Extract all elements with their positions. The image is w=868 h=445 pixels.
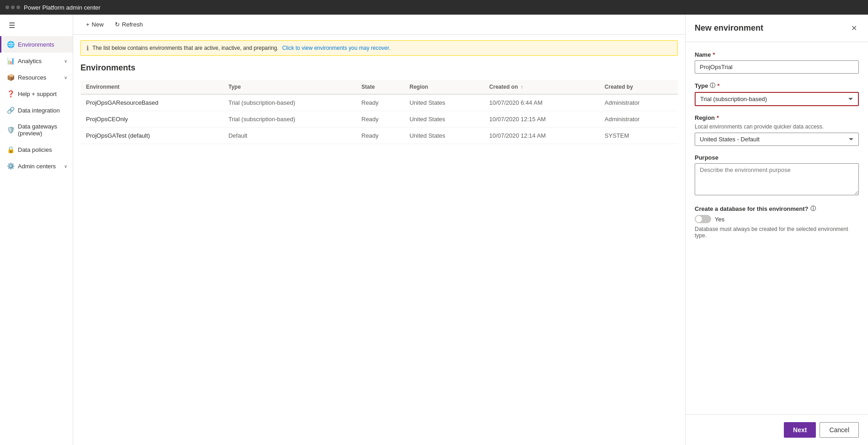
help-icon: ❓	[7, 90, 14, 97]
cell-state: Ready	[356, 94, 404, 111]
sidebar-label-admin-centers: Admin centers	[18, 163, 56, 170]
cell-created-on: 10/07/2020 6:44 AM	[484, 94, 599, 111]
cell-environment: ProjOpsCEOnly	[80, 111, 223, 128]
sidebar-label-data-policies: Data policies	[18, 146, 52, 153]
cancel-button[interactable]: Cancel	[820, 422, 859, 438]
cell-state: Ready	[356, 111, 404, 128]
refresh-button[interactable]: ↻ Refresh	[109, 18, 149, 31]
sidebar-label-environments: Environments	[18, 41, 54, 48]
db-info-icon: ⓘ	[810, 205, 816, 213]
region-label: Region *	[695, 114, 859, 121]
col-created-by[interactable]: Created by	[599, 80, 678, 94]
table-row[interactable]: ProjOpsGAResourceBased Trial (subscripti…	[80, 94, 678, 111]
sidebar-label-analytics: Analytics	[18, 58, 42, 64]
panel-title: New environment	[695, 23, 763, 33]
dot3	[16, 5, 20, 9]
environments-icon: 🌐	[7, 41, 14, 48]
name-required: *	[713, 51, 715, 58]
col-created-on[interactable]: Created on ↑	[484, 80, 599, 94]
admin-centers-chevron-icon: ∨	[64, 164, 67, 169]
name-label: Name *	[695, 51, 859, 58]
region-select[interactable]: United States - Default Europe Asia Aust…	[695, 133, 859, 146]
analytics-chevron-icon: ∨	[64, 59, 67, 64]
info-icon: ℹ	[86, 44, 89, 52]
admin-centers-icon: ⚙️	[7, 162, 14, 170]
cell-region: United States	[404, 94, 483, 111]
new-icon: +	[86, 21, 90, 28]
name-field-group: Name *	[695, 51, 859, 74]
db-note: Database must always be created for the …	[695, 226, 859, 239]
region-field-group: Region * Local environments can provide …	[695, 114, 859, 146]
info-bar: ℹ The list below contains environments t…	[80, 40, 678, 56]
sort-icon: ↑	[521, 85, 523, 90]
type-info-icon: ⓘ	[710, 82, 715, 90]
cell-type: Trial (subscription-based)	[223, 94, 356, 111]
hamburger-icon: ☰	[7, 19, 17, 32]
close-icon: ✕	[851, 24, 857, 32]
cell-created-on: 10/07/2020 12:14 AM	[484, 128, 599, 144]
analytics-icon: 📊	[7, 57, 14, 64]
sidebar-item-help-support[interactable]: ❓ Help + support	[0, 86, 73, 102]
resources-chevron-icon: ∨	[64, 75, 67, 80]
table-row[interactable]: ProjOpsCEOnly Trial (subscription-based)…	[80, 111, 678, 128]
page-title: Environments	[80, 63, 678, 73]
sidebar-item-data-gateways[interactable]: 🛡️ Data gateways (preview)	[0, 118, 73, 141]
sidebar-item-data-policies[interactable]: 🔒 Data policies	[0, 141, 73, 158]
data-gateways-icon: 🛡️	[7, 126, 14, 134]
purpose-field-group: Purpose	[695, 154, 859, 197]
refresh-label: Refresh	[122, 21, 143, 28]
panel-header: New environment ✕	[686, 15, 868, 42]
new-button[interactable]: + New	[80, 18, 109, 31]
cell-created-on: 10/07/2020 12:15 AM	[484, 111, 599, 128]
db-label: Create a database for this environment? …	[695, 205, 859, 213]
type-field-group: Type ⓘ * Trial (subscription-based) Prod…	[695, 82, 859, 106]
window-controls	[5, 5, 20, 9]
new-label: New	[92, 21, 104, 28]
type-label: Type ⓘ *	[695, 82, 859, 90]
info-message: The list below contains environments tha…	[92, 45, 279, 51]
next-button[interactable]: Next	[784, 422, 816, 438]
cell-type: Trial (subscription-based)	[223, 111, 356, 128]
cell-region: United States	[404, 111, 483, 128]
content-area: Environments Environment Type State Regi…	[73, 56, 685, 151]
sidebar-item-resources[interactable]: 📦 Resources ∨	[0, 69, 73, 86]
toggle-knob	[696, 216, 702, 222]
cell-environment: ProjOpsGAResourceBased	[80, 94, 223, 111]
sidebar-item-data-integration[interactable]: 🔗 Data integration	[0, 102, 73, 118]
new-environment-panel: New environment ✕ Name * Type ⓘ * Trial …	[685, 15, 868, 445]
cell-type: Default	[223, 128, 356, 144]
cell-created-by: Administrator	[599, 111, 678, 128]
sidebar-label-data-gateways: Data gateways (preview)	[18, 123, 67, 137]
col-environment[interactable]: Environment	[80, 80, 223, 94]
col-state[interactable]: State	[356, 80, 404, 94]
sidebar-item-environments[interactable]: 🌐 Environments	[0, 36, 73, 53]
environments-table: Environment Type State Region Created on…	[80, 80, 678, 144]
hamburger-menu[interactable]: ☰	[0, 15, 73, 36]
col-type[interactable]: Type	[223, 80, 356, 94]
dot2	[11, 5, 15, 9]
region-required: *	[717, 114, 719, 121]
db-toggle-label: Yes	[715, 216, 724, 223]
type-required: *	[717, 82, 719, 89]
purpose-textarea[interactable]	[695, 163, 859, 195]
purpose-label: Purpose	[695, 154, 859, 161]
sidebar-label-resources: Resources	[18, 74, 46, 81]
sidebar-label-data-integration: Data integration	[18, 107, 60, 114]
db-toggle[interactable]	[695, 215, 711, 223]
col-region[interactable]: Region	[404, 80, 483, 94]
db-field-group: Create a database for this environment? …	[695, 205, 859, 239]
sidebar-item-analytics[interactable]: 📊 Analytics ∨	[0, 53, 73, 69]
cell-state: Ready	[356, 128, 404, 144]
data-integration-icon: 🔗	[7, 107, 14, 114]
cell-created-by: SYSTEM	[599, 128, 678, 144]
main-content: + New ↻ Refresh ℹ The list below contain…	[73, 15, 685, 445]
name-input[interactable]	[695, 60, 859, 74]
type-select[interactable]: Trial (subscription-based) Production Sa…	[695, 92, 859, 106]
sidebar-item-admin-centers[interactable]: ⚙️ Admin centers ∨	[0, 158, 73, 174]
sidebar: ☰ 🌐 Environments 📊 Analytics ∨ 📦 Resourc…	[0, 15, 73, 445]
table-row[interactable]: ProjOpsGATest (default) Default Ready Un…	[80, 128, 678, 144]
titlebar: Power Platform admin center	[0, 0, 868, 15]
panel-close-button[interactable]: ✕	[849, 22, 859, 34]
info-link[interactable]: Click to view environments you may recov…	[282, 45, 391, 51]
db-toggle-row: Yes	[695, 215, 859, 223]
